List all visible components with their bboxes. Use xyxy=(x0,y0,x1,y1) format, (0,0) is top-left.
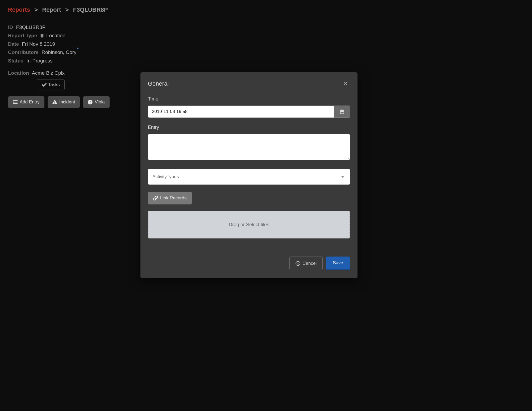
list-icon xyxy=(13,100,18,104)
meta-status-value: In-Progress xyxy=(26,58,52,64)
check-icon xyxy=(42,82,47,87)
meta-id-value: F3QLUBR8P xyxy=(16,24,45,30)
calendar-button[interactable] xyxy=(334,106,350,118)
meta-type-label: Report Type xyxy=(8,33,37,38)
breadcrumb-report[interactable]: Report xyxy=(42,6,61,13)
meta-id-label: ID xyxy=(8,24,13,30)
contributor-indicator-icon xyxy=(77,48,78,49)
activity-types-select[interactable]: ActivityTypes xyxy=(148,169,350,185)
incident-label: Incident xyxy=(59,99,75,105)
location-label: Location xyxy=(8,70,29,76)
close-icon: ✕ xyxy=(343,80,348,87)
violation-button[interactable]: Viola xyxy=(83,96,110,108)
general-modal: General ✕ Time Entry ActivityTypes Link … xyxy=(140,72,358,278)
meta-contrib-label: Contributors xyxy=(8,49,39,55)
violation-label: Viola xyxy=(95,99,105,105)
warning-triangle-icon xyxy=(52,100,57,104)
cancel-button[interactable]: Cancel xyxy=(289,257,323,270)
file-dropzone[interactable]: Drag or Select files xyxy=(148,211,350,238)
dropzone-text: Drag or Select files xyxy=(229,222,269,228)
location-value: Acme Biz Cplx xyxy=(32,70,65,76)
entry-label: Entry xyxy=(148,125,350,130)
breadcrumb: Reports > Report > F3QLUBR8P xyxy=(8,6,524,13)
tasks-label: Tasks xyxy=(48,82,60,87)
link-records-label: Link Records xyxy=(160,195,186,201)
meta-date-value: Fri Nov 8 2019 xyxy=(22,41,55,47)
meta-contrib-value[interactable]: Robinson, Cory xyxy=(41,49,76,55)
report-meta: ID F3QLUBR8P Report Type Location Date F… xyxy=(8,23,524,65)
breadcrumb-sep: > xyxy=(33,6,39,13)
building-icon xyxy=(40,34,44,37)
time-label: Time xyxy=(148,96,350,102)
time-input[interactable] xyxy=(148,106,334,118)
ban-icon xyxy=(296,261,300,266)
add-entry-label: Add Entry xyxy=(20,99,40,105)
link-icon xyxy=(153,196,158,200)
breadcrumb-sep: > xyxy=(64,6,70,13)
tasks-button[interactable]: Tasks xyxy=(37,79,65,90)
calendar-icon xyxy=(340,109,344,114)
exclamation-circle-icon xyxy=(88,100,93,104)
chevron-down-icon xyxy=(335,169,350,184)
close-button[interactable]: ✕ xyxy=(341,79,350,88)
save-label: Save xyxy=(333,260,343,265)
breadcrumb-root[interactable]: Reports xyxy=(8,6,30,13)
meta-status-label: Status xyxy=(8,58,23,64)
cancel-label: Cancel xyxy=(302,261,317,266)
entry-textarea[interactable] xyxy=(148,134,350,160)
activity-types-placeholder: ActivityTypes xyxy=(152,174,179,179)
incident-button[interactable]: Incident xyxy=(48,96,80,108)
link-records-button[interactable]: Link Records xyxy=(148,192,192,204)
add-entry-button[interactable]: Add Entry xyxy=(8,96,44,108)
meta-date-label: Date xyxy=(8,41,19,47)
modal-title: General xyxy=(148,80,169,87)
breadcrumb-leaf: F3QLUBR8P xyxy=(73,6,108,13)
meta-type-value: Location xyxy=(46,33,65,38)
save-button[interactable]: Save xyxy=(326,257,350,270)
